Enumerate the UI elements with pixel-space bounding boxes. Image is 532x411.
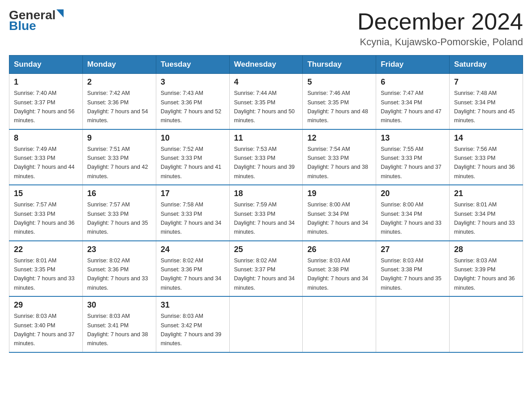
day-number: 7 — [454, 77, 518, 87]
day-number: 22 — [14, 245, 78, 254]
calendar-cell: 25 Sunrise: 8:02 AMSunset: 3:37 PMDaylig… — [229, 241, 303, 297]
day-info: Sunrise: 7:46 AMSunset: 3:35 PMDaylight:… — [307, 90, 368, 124]
day-info: Sunrise: 7:58 AMSunset: 3:33 PMDaylight:… — [161, 201, 222, 235]
day-number: 18 — [234, 189, 298, 198]
calendar-cell — [450, 296, 523, 352]
day-info: Sunrise: 7:48 AMSunset: 3:34 PMDaylight:… — [454, 90, 515, 124]
calendar-cell: 27 Sunrise: 8:03 AMSunset: 3:38 PMDaylig… — [376, 241, 450, 297]
calendar-cell: 10 Sunrise: 7:52 AMSunset: 3:33 PMDaylig… — [156, 129, 229, 185]
calendar-cell: 18 Sunrise: 7:59 AMSunset: 3:33 PMDaylig… — [229, 185, 303, 241]
day-info: Sunrise: 8:03 AMSunset: 3:40 PMDaylight:… — [14, 313, 75, 347]
calendar-cell: 17 Sunrise: 7:58 AMSunset: 3:33 PMDaylig… — [156, 185, 229, 241]
title-section: December 2024 Kcynia, Kujawsko-Pomorskie… — [357, 9, 523, 48]
calendar-cell: 12 Sunrise: 7:54 AMSunset: 3:33 PMDaylig… — [303, 129, 376, 185]
header-sunday: Sunday — [9, 56, 83, 74]
calendar-table: SundayMondayTuesdayWednesdayThursdayFrid… — [9, 55, 523, 353]
day-info: Sunrise: 8:03 AMSunset: 3:41 PMDaylight:… — [87, 313, 148, 347]
day-number: 31 — [161, 300, 225, 310]
calendar-cell: 22 Sunrise: 8:01 AMSunset: 3:35 PMDaylig… — [9, 241, 83, 297]
logo: General Blue — [9, 9, 64, 32]
calendar-cell: 5 Sunrise: 7:46 AMSunset: 3:35 PMDayligh… — [303, 74, 376, 129]
day-info: Sunrise: 8:02 AMSunset: 3:36 PMDaylight:… — [87, 257, 148, 291]
calendar-cell — [376, 296, 450, 352]
week-row-1: 1 Sunrise: 7:40 AMSunset: 3:37 PMDayligh… — [9, 74, 523, 129]
calendar-cell: 20 Sunrise: 8:00 AMSunset: 3:34 PMDaylig… — [376, 185, 450, 241]
day-info: Sunrise: 7:57 AMSunset: 3:33 PMDaylight:… — [14, 201, 75, 235]
calendar-cell: 9 Sunrise: 7:51 AMSunset: 3:33 PMDayligh… — [82, 129, 156, 185]
calendar-cell: 4 Sunrise: 7:44 AMSunset: 3:35 PMDayligh… — [229, 74, 303, 129]
week-row-2: 8 Sunrise: 7:49 AMSunset: 3:33 PMDayligh… — [9, 129, 523, 185]
day-number: 2 — [87, 77, 151, 87]
header-thursday: Thursday — [303, 56, 376, 74]
day-number: 25 — [234, 245, 298, 254]
week-row-3: 15 Sunrise: 7:57 AMSunset: 3:33 PMDaylig… — [9, 185, 523, 241]
day-number: 29 — [14, 300, 78, 310]
day-info: Sunrise: 7:40 AMSunset: 3:37 PMDaylight:… — [14, 90, 75, 124]
day-info: Sunrise: 7:57 AMSunset: 3:33 PMDaylight:… — [87, 201, 148, 235]
day-number: 6 — [381, 77, 445, 87]
day-number: 11 — [234, 133, 298, 143]
day-info: Sunrise: 8:02 AMSunset: 3:37 PMDaylight:… — [234, 257, 295, 291]
day-number: 16 — [87, 189, 151, 198]
day-number: 10 — [161, 133, 225, 143]
calendar-title: December 2024 — [357, 9, 523, 34]
day-info: Sunrise: 7:42 AMSunset: 3:36 PMDaylight:… — [87, 90, 148, 124]
day-number: 5 — [307, 77, 371, 87]
calendar-cell: 1 Sunrise: 7:40 AMSunset: 3:37 PMDayligh… — [9, 74, 83, 129]
day-number: 21 — [454, 189, 518, 198]
calendar-cell: 14 Sunrise: 7:56 AMSunset: 3:33 PMDaylig… — [450, 129, 523, 185]
header-row: SundayMondayTuesdayWednesdayThursdayFrid… — [9, 56, 523, 74]
day-info: Sunrise: 7:55 AMSunset: 3:33 PMDaylight:… — [381, 146, 442, 180]
calendar-cell: 16 Sunrise: 7:57 AMSunset: 3:33 PMDaylig… — [82, 185, 156, 241]
header-tuesday: Tuesday — [156, 56, 229, 74]
day-info: Sunrise: 8:03 AMSunset: 3:42 PMDaylight:… — [161, 313, 222, 347]
day-number: 23 — [87, 245, 151, 254]
calendar-cell: 19 Sunrise: 8:00 AMSunset: 3:34 PMDaylig… — [303, 185, 376, 241]
logo-blue-text: Blue — [9, 20, 36, 32]
day-number: 8 — [14, 133, 78, 143]
day-info: Sunrise: 8:01 AMSunset: 3:34 PMDaylight:… — [454, 201, 515, 235]
day-number: 14 — [454, 133, 518, 143]
day-info: Sunrise: 7:51 AMSunset: 3:33 PMDaylight:… — [87, 146, 148, 180]
day-number: 30 — [87, 300, 151, 310]
day-number: 20 — [381, 189, 445, 198]
calendar-cell: 24 Sunrise: 8:02 AMSunset: 3:36 PMDaylig… — [156, 241, 229, 297]
day-number: 15 — [14, 189, 78, 198]
header-friday: Friday — [376, 56, 450, 74]
calendar-cell: 31 Sunrise: 8:03 AMSunset: 3:42 PMDaylig… — [156, 296, 229, 352]
calendar-cell: 26 Sunrise: 8:03 AMSunset: 3:38 PMDaylig… — [303, 241, 376, 297]
day-info: Sunrise: 7:59 AMSunset: 3:33 PMDaylight:… — [234, 201, 295, 235]
calendar-cell: 8 Sunrise: 7:49 AMSunset: 3:33 PMDayligh… — [9, 129, 83, 185]
calendar-cell: 15 Sunrise: 7:57 AMSunset: 3:33 PMDaylig… — [9, 185, 83, 241]
day-number: 27 — [381, 245, 445, 254]
day-number: 9 — [87, 133, 151, 143]
day-info: Sunrise: 8:03 AMSunset: 3:38 PMDaylight:… — [381, 257, 442, 291]
calendar-cell: 3 Sunrise: 7:43 AMSunset: 3:36 PMDayligh… — [156, 74, 229, 129]
header-monday: Monday — [82, 56, 156, 74]
day-number: 19 — [307, 189, 371, 198]
day-number: 3 — [161, 77, 225, 87]
day-info: Sunrise: 7:43 AMSunset: 3:36 PMDaylight:… — [161, 90, 222, 124]
calendar-cell: 23 Sunrise: 8:02 AMSunset: 3:36 PMDaylig… — [82, 241, 156, 297]
header-wednesday: Wednesday — [229, 56, 303, 74]
logo-triangle-icon — [56, 9, 64, 17]
day-info: Sunrise: 7:54 AMSunset: 3:33 PMDaylight:… — [307, 146, 368, 180]
calendar-cell: 11 Sunrise: 7:53 AMSunset: 3:33 PMDaylig… — [229, 129, 303, 185]
week-row-4: 22 Sunrise: 8:01 AMSunset: 3:35 PMDaylig… — [9, 241, 523, 297]
day-info: Sunrise: 8:03 AMSunset: 3:38 PMDaylight:… — [307, 257, 368, 291]
day-number: 4 — [234, 77, 298, 87]
calendar-cell: 2 Sunrise: 7:42 AMSunset: 3:36 PMDayligh… — [82, 74, 156, 129]
day-info: Sunrise: 7:44 AMSunset: 3:35 PMDaylight:… — [234, 90, 295, 124]
calendar-cell — [303, 296, 376, 352]
day-info: Sunrise: 8:00 AMSunset: 3:34 PMDaylight:… — [307, 201, 368, 235]
day-info: Sunrise: 7:52 AMSunset: 3:33 PMDaylight:… — [161, 146, 222, 180]
day-info: Sunrise: 7:49 AMSunset: 3:33 PMDaylight:… — [14, 146, 75, 180]
day-info: Sunrise: 8:03 AMSunset: 3:39 PMDaylight:… — [454, 257, 515, 291]
calendar-cell: 6 Sunrise: 7:47 AMSunset: 3:34 PMDayligh… — [376, 74, 450, 129]
day-info: Sunrise: 7:53 AMSunset: 3:33 PMDaylight:… — [234, 146, 295, 180]
calendar-cell: 7 Sunrise: 7:48 AMSunset: 3:34 PMDayligh… — [450, 74, 523, 129]
day-number: 24 — [161, 245, 225, 254]
day-info: Sunrise: 7:47 AMSunset: 3:34 PMDaylight:… — [381, 90, 442, 124]
day-info: Sunrise: 8:01 AMSunset: 3:35 PMDaylight:… — [14, 257, 75, 291]
page-header: General Blue December 2024 Kcynia, Kujaw… — [9, 9, 523, 48]
